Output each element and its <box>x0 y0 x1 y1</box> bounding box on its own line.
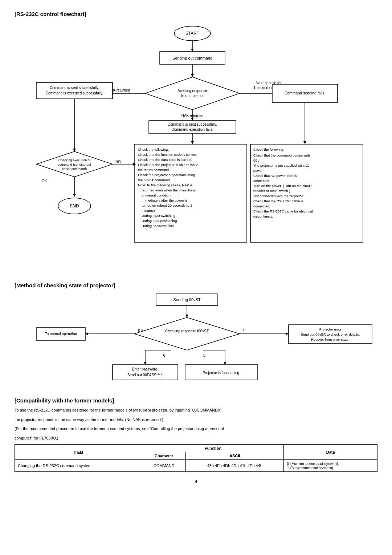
flowchart2: Sending 00vST Checking response t00vST 0… <box>15 292 377 394</box>
table-row: Changing the RS-232C command system COMM… <box>15 460 377 472</box>
svg-text:Command execution fails.: Command execution fails. <box>171 127 213 131</box>
svg-text:6: 6 <box>163 353 165 357</box>
svg-text:END: END <box>70 203 79 208</box>
svg-text:During auto positioning: During auto positioning <box>142 219 177 223</box>
svg-text:breaker or main switch.): breaker or main switch.) <box>253 189 290 193</box>
table-col2-header: Function <box>142 445 284 452</box>
svg-marker-32 <box>191 141 194 144</box>
table-col3-header: Data <box>284 445 377 460</box>
svg-text:from projector: from projector <box>181 94 204 98</box>
svg-text:Sending 00vST: Sending 00vST <box>173 297 200 302</box>
svg-text:the 00vST command.: the 00vST command. <box>138 178 171 182</box>
svg-text:Awaiting response: Awaiting response <box>177 89 207 93</box>
svg-text:command (sending out: command (sending out <box>58 163 91 166</box>
compat-text3: (For the recommended procedure to use th… <box>15 426 377 432</box>
svg-text:Check the following.: Check the following. <box>253 147 284 151</box>
table-col1-header: ITEM <box>15 445 142 460</box>
compat-text1: To use the RS-232C commands designed for… <box>15 407 377 414</box>
svg-text:Projector is functioning.: Projector is functioning. <box>203 371 240 375</box>
svg-text:During input switching: During input switching <box>142 214 175 218</box>
svg-text:00 .: 00 . <box>253 158 259 162</box>
svg-text:turned on (about 20 seconds to: turned on (about 20 seconds to 2 <box>142 203 192 207</box>
svg-text:The projector is not supplied : The projector is not supplied with AC <box>253 163 309 167</box>
svg-rect-21 <box>36 82 113 99</box>
compat-text4: computer” for FL7000U.) <box>15 435 377 442</box>
svg-text:NG: NG <box>115 160 121 164</box>
svg-text:Command is executed successful: Command is executed successfully. <box>46 91 103 95</box>
svg-marker-20 <box>191 118 194 121</box>
svg-text:Check the following.: Check the following. <box>138 147 169 151</box>
svg-text:4: 4 <box>242 329 245 333</box>
section2-title: [Method of checking state of projector] <box>15 282 377 288</box>
svg-text:Check that the projector is ab: Check that the projector is able to issu… <box>138 163 198 167</box>
svg-text:During password lock: During password lock <box>142 224 175 228</box>
section3-title: [Compatibility with the former models] <box>15 397 377 404</box>
svg-text:Enter password.: Enter password. <box>132 367 158 371</box>
page-number: 4 <box>15 479 377 484</box>
svg-text:5: 5 <box>203 353 205 357</box>
svg-marker-104 <box>224 362 226 365</box>
table-item: Changing the RS-232C command system <box>15 460 142 472</box>
svg-text:discontinuity.: discontinuity. <box>253 214 273 218</box>
svg-marker-94 <box>286 332 289 335</box>
svg-text:the return command.: the return command. <box>138 168 170 172</box>
svg-text:Check that the data code is co: Check that the data code is correct. <box>138 158 192 162</box>
svg-rect-52 <box>250 144 363 242</box>
svg-text:Check that AC power cord is: Check that AC power cord is <box>253 174 297 178</box>
svg-text:Not connected with the project: Not connected with the projector. <box>253 194 303 198</box>
svg-text:Check that the function code i: Check that the function code is correct. <box>138 153 197 157</box>
svg-text:Checking response t00vST: Checking response t00vST <box>165 329 209 333</box>
svg-marker-7 <box>191 74 194 77</box>
svg-text:Check the RS-232C cable for el: Check the RS-232C cable for electrical <box>253 209 313 213</box>
svg-marker-34 <box>303 141 306 144</box>
svg-text:Turn on the power. (Turn on th: Turn on the power. (Turn on the circuit <box>253 184 312 188</box>
svg-text:Projector error: Projector error <box>319 327 342 331</box>
svg-text:Immediately after the power is: Immediately after the power is <box>142 198 188 202</box>
svg-marker-101 <box>144 362 147 365</box>
svg-text:Send out  00vER  to check erro: Send out 00vER to check error details. <box>301 332 360 336</box>
svg-text:OK: OK <box>42 179 47 183</box>
svg-text:Sending out command: Sending out command <box>172 56 212 60</box>
svg-text:Check the projector s operatio: Check the projector s operation using <box>138 173 195 177</box>
svg-marker-83 <box>134 317 240 350</box>
svg-text:Command sending fails.: Command sending fails. <box>285 91 326 95</box>
svg-text:minutes): minutes) <box>142 208 155 212</box>
svg-text:START: START <box>185 31 200 36</box>
svg-text:in normal condition.: in normal condition. <box>142 193 171 197</box>
compat-text2: the projector responds in the same way a… <box>15 417 377 423</box>
svg-text:connected.: connected. <box>253 204 270 208</box>
svg-text:Check that the RS-232C cable i: Check that the RS-232C cable is <box>253 199 303 203</box>
svg-text:Check that the command begins : Check that the command begins with <box>253 153 310 157</box>
svg-text:power.: power. <box>253 169 264 173</box>
svg-marker-90 <box>85 332 88 335</box>
svg-text:check command): check command) <box>62 167 87 171</box>
section1-title: [RS-232C control flowchart] <box>15 11 377 17</box>
svg-text:Command is sent successfully.: Command is sent successfully. <box>168 122 217 126</box>
svg-text:connected.: connected. <box>253 179 270 183</box>
table-col2b-header: ASCII <box>186 452 284 460</box>
table-col2a-header: Character <box>142 452 186 460</box>
compat-table: ITEM Function Data Character ASCII Chang… <box>15 444 377 472</box>
svg-text:Recover from error state.: Recover from error state. <box>311 337 350 341</box>
flowchart1: START Sending out command Awaiting respo… <box>15 21 377 275</box>
svg-text:returned even when the project: returned even when the projector is <box>142 188 196 192</box>
svg-text:0-3: 0-3 <box>138 329 144 333</box>
svg-text:To normal operation: To normal operation <box>45 332 77 336</box>
svg-marker-8 <box>145 77 240 110</box>
svg-text:Send out  00PASS****.: Send out 00PASS****. <box>127 373 163 377</box>
svg-text:Checking execution of: Checking execution of <box>58 158 91 162</box>
svg-marker-76 <box>73 194 76 197</box>
svg-marker-3 <box>191 49 194 52</box>
table-data: 0 (Former command system), 1 (New comman… <box>284 460 377 472</box>
flowchart1-svg: START Sending out command Awaiting respo… <box>15 21 377 268</box>
svg-text:Note: In the following cases, : Note: In the following cases, NAK is <box>138 183 193 187</box>
svg-text:Command is sent successfully.: Command is sent successfully. <box>50 86 99 90</box>
svg-marker-82 <box>185 315 188 317</box>
table-char: COMMAND <box>142 460 186 472</box>
table-ascii: 43h 4Fh 4Dh 4Dh 41h 4Eh 44h <box>186 460 284 472</box>
svg-marker-25 <box>73 149 76 151</box>
flowchart2-svg: Sending 00vST Checking response t00vST 0… <box>15 292 377 386</box>
